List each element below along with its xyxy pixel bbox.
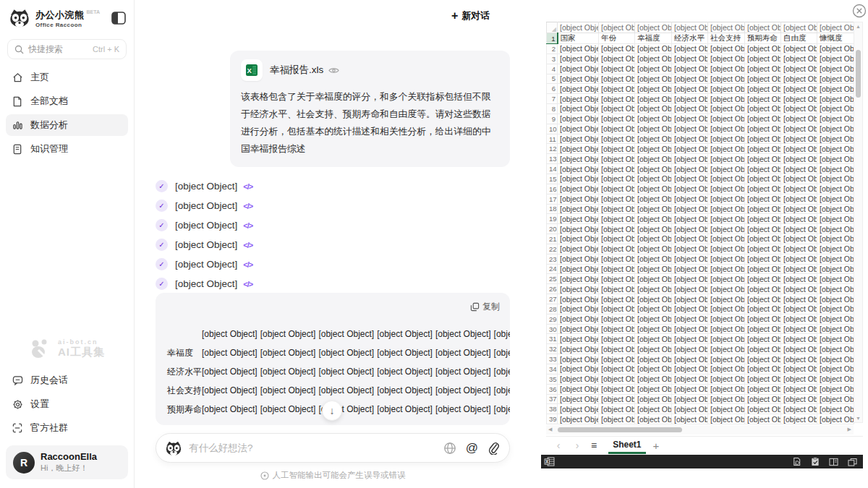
row-number[interactable]: 11 (547, 134, 558, 144)
row-number[interactable]: 3 (547, 53, 558, 64)
column-letter[interactable]: [object Object] (635, 22, 672, 33)
column-letter[interactable]: [object Object] (672, 22, 708, 33)
sheet-cell[interactable]: [object Object] (672, 204, 708, 214)
sheet-cell[interactable]: [object Object] (672, 384, 708, 394)
sheet-cell[interactable]: [object Object] (708, 324, 745, 334)
sheet-cell[interactable]: [object Object] (635, 364, 672, 374)
sidebar-item-knowledge[interactable]: 知识管理 (6, 138, 128, 160)
sheet-cell[interactable]: [object Object] (558, 314, 599, 324)
row-number[interactable]: 21 (547, 234, 558, 244)
sheet-cell[interactable]: [object Object] (745, 44, 781, 54)
sheet-row[interactable]: 35 [object Object][object Object][object… (547, 374, 854, 384)
sheet-cell[interactable]: [object Object] (781, 244, 817, 254)
sheet-cell[interactable]: [object Object] (672, 174, 708, 184)
sheet-cell[interactable]: [object Object] (672, 314, 708, 324)
sheet-cell[interactable]: [object Object] (599, 84, 635, 94)
sheet-cell[interactable]: [object Object] (781, 284, 817, 294)
sheet-cell[interactable]: [object Object] (745, 154, 781, 164)
sheet-cell[interactable]: [object Object] (599, 284, 635, 294)
sheet-cell[interactable]: [object Object] (708, 104, 745, 114)
sheet-cell[interactable]: [object Object] (599, 144, 635, 154)
sheet-row[interactable]: 3 [object Object][object Object][object … (547, 53, 854, 64)
sheet-cell[interactable]: [object Object] (635, 104, 672, 114)
column-letter[interactable]: [object Object] (745, 22, 781, 33)
sheet-row[interactable]: 27 [object Object][object Object][object… (547, 294, 854, 304)
scroll-to-bottom-button[interactable]: ↓ (322, 401, 342, 421)
sheet-row[interactable]: 30 [object Object][object Object][object… (547, 324, 854, 334)
sheet-cell[interactable]: [object Object] (635, 204, 672, 214)
row-number[interactable]: 20 (547, 224, 558, 234)
sheet-row[interactable]: 6 [object Object][object Object][object … (547, 84, 854, 94)
sheet-cell[interactable]: [object Object] (817, 414, 854, 424)
sheet-cell[interactable]: [object Object] (708, 414, 745, 424)
sheet-row[interactable]: 31 [object Object][object Object][object… (547, 334, 854, 344)
row-number[interactable]: 30 (547, 324, 558, 334)
sheet-cell[interactable]: [object Object] (817, 94, 854, 104)
row-number[interactable]: 33 (547, 354, 558, 364)
sheet-cell[interactable]: [object Object] (781, 204, 817, 214)
sheet-cell[interactable]: [object Object] (781, 234, 817, 244)
sheet-cell[interactable]: [object Object] (672, 394, 708, 404)
sheet-cell[interactable]: [object Object] (635, 384, 672, 394)
sheet-cell[interactable]: [object Object] (635, 94, 672, 104)
sheet-row[interactable]: 16 [object Object][object Object][object… (547, 184, 854, 194)
row-number[interactable]: 12 (547, 144, 558, 154)
sheet-cell[interactable]: [object Object] (672, 144, 708, 154)
sheet-cell[interactable]: [object Object] (781, 94, 817, 104)
row-number[interactable]: 14 (547, 164, 558, 174)
sheet-cell[interactable]: [object Object] (672, 64, 708, 74)
row-number[interactable]: 27 (547, 294, 558, 304)
spreadsheet-grid[interactable]: ◢ [object Object][object Object][object … (546, 22, 855, 424)
sheet-cell[interactable]: [object Object] (672, 244, 708, 254)
row-number[interactable]: 38 (547, 404, 558, 414)
sheet-cell[interactable]: [object Object] (599, 314, 635, 324)
sheet-cell[interactable]: [object Object] (745, 124, 781, 134)
sheet-cell[interactable]: [object Object] (635, 234, 672, 244)
sheet-cell[interactable]: [object Object] (745, 344, 781, 354)
sheet-cell[interactable]: [object Object] (817, 44, 854, 54)
sheet-cell[interactable]: [object Object] (781, 124, 817, 134)
sheet-cell[interactable]: [object Object] (708, 84, 745, 94)
sheet-cell[interactable]: [object Object] (635, 174, 672, 184)
sheet-row[interactable]: 28 [object Object][object Object][object… (547, 304, 854, 314)
sheet-cell[interactable]: [object Object] (817, 184, 854, 194)
sheet-cell[interactable]: [object Object] (745, 304, 781, 314)
row-number[interactable]: 18 (547, 204, 558, 214)
sheet-row[interactable]: 18 [object Object][object Object][object… (547, 204, 854, 214)
sheet-cell[interactable]: [object Object] (781, 64, 817, 74)
paperclip-icon[interactable] (488, 442, 499, 455)
sheet-cell[interactable]: [object Object] (781, 334, 817, 344)
sheet-cell[interactable]: [object Object] (558, 194, 599, 204)
sheet-cell[interactable]: [object Object] (817, 244, 854, 254)
sheet-cell[interactable]: [object Object] (817, 154, 854, 164)
sheet-cell[interactable]: [object Object] (558, 174, 599, 184)
sheet-cell[interactable]: [object Object] (708, 404, 745, 414)
sheet-cell[interactable]: [object Object] (635, 64, 672, 74)
sheet-cell[interactable]: [object Object] (781, 74, 817, 84)
sheet-cell[interactable]: [object Object] (599, 164, 635, 174)
row-number[interactable]: 39 (547, 414, 558, 424)
sheet-cell[interactable]: [object Object] (745, 414, 781, 424)
sheet-row[interactable]: 10 [object Object][object Object][object… (547, 124, 854, 134)
sheet-cell[interactable]: [object Object] (708, 144, 745, 154)
sheet-cell[interactable]: [object Object] (635, 394, 672, 404)
sheet-cell[interactable]: [object Object] (599, 234, 635, 244)
row-number[interactable]: 4 (547, 64, 558, 74)
row-number[interactable]: 29 (547, 314, 558, 324)
sheet-cell[interactable]: [object Object] (599, 104, 635, 114)
scroll-left-arrow[interactable]: ◀ (548, 427, 552, 432)
sheet-cell[interactable]: [object Object] (708, 194, 745, 204)
sheet-cell[interactable]: [object Object] (635, 404, 672, 414)
sheet-cell[interactable]: [object Object] (745, 334, 781, 344)
sheet-cell[interactable]: [object Object] (558, 84, 599, 94)
sheet-cell[interactable]: [object Object] (672, 84, 708, 94)
sheet-cell[interactable]: [object Object] (558, 44, 599, 54)
sheet-cell[interactable]: [object Object] (708, 394, 745, 404)
row-number[interactable]: 32 (547, 344, 558, 354)
sheet-cell[interactable]: [object Object] (558, 364, 599, 374)
sheet-cell[interactable]: [object Object] (817, 314, 854, 324)
sheet-cell[interactable]: [object Object] (817, 304, 854, 314)
sheet-cell[interactable]: [object Object] (745, 384, 781, 394)
sheet-cell[interactable]: [object Object] (672, 134, 708, 144)
sheet-cell[interactable]: [object Object] (745, 53, 781, 64)
